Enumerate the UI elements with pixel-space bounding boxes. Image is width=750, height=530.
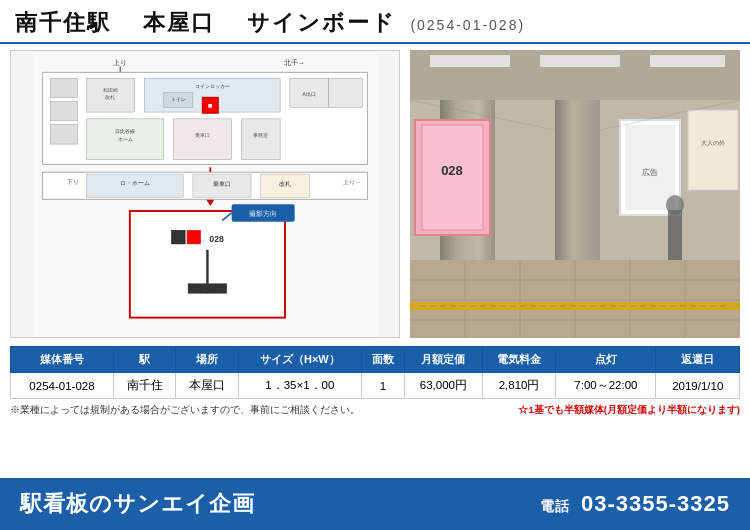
note-right: ☆1基でも半額媒体(月額定価より半額になります) <box>518 404 740 417</box>
svg-rect-43 <box>187 230 201 244</box>
cell-location: 本屋口 <box>176 373 238 399</box>
svg-text:日比谷線: 日比谷線 <box>115 128 135 134</box>
cell-return: 2019/1/10 <box>656 373 740 399</box>
svg-rect-5 <box>50 78 77 97</box>
page-title: 南千住駅 本屋口 サインボード (0254-01-028) <box>15 10 525 35</box>
svg-text:■: ■ <box>208 101 213 110</box>
map-section: 上り 北千→ 和田崎 改札 コインロッカー トイレ A出口 日比谷 <box>10 50 400 338</box>
col-header-electricity: 電気料金 <box>482 347 556 373</box>
svg-text:事務室: 事務室 <box>253 132 268 138</box>
cell-count: 1 <box>361 373 404 399</box>
phone-number: 03-3355-3325 <box>581 491 730 516</box>
svg-rect-23 <box>241 119 280 160</box>
photo-section: 028 広告 大人の外 <box>410 50 740 338</box>
col-header-station: 駅 <box>113 347 175 373</box>
cell-price: 63,000円 <box>404 373 482 399</box>
svg-text:撮影方向: 撮影方向 <box>249 210 277 217</box>
svg-text:和田崎: 和田崎 <box>103 87 118 93</box>
company-label: 駅看板のサンエイ企画 <box>20 491 255 516</box>
svg-text:上り→: 上り→ <box>343 179 361 185</box>
svg-text:コインロッカー: コインロッカー <box>195 84 230 89</box>
cell-station: 南千住 <box>113 373 175 399</box>
cell-size: 1．35×1．00 <box>238 373 361 399</box>
svg-text:028: 028 <box>441 163 463 178</box>
company-name: 駅看板のサンエイ企画 <box>20 489 255 519</box>
svg-rect-72 <box>688 110 738 190</box>
svg-rect-46 <box>188 284 227 294</box>
svg-rect-74 <box>668 210 682 260</box>
col-header-return: 返還日 <box>656 347 740 373</box>
note-left: ※業種によっては規制がある場合がございますので、事前にご相談ください。 <box>10 404 360 417</box>
info-table: 媒体番号 駅 場所 サイズ（H×W） 面数 月額定価 電気料金 点灯 返還日 0… <box>10 346 740 399</box>
station-name: 南千住駅 <box>15 10 111 35</box>
svg-text:028: 028 <box>209 234 224 244</box>
svg-rect-50 <box>540 55 620 67</box>
station-photo: 028 広告 大人の外 <box>410 50 740 338</box>
main-content: 上り 北千→ 和田崎 改札 コインロッカー トイレ A出口 日比谷 <box>0 44 750 344</box>
page-header: 南千住駅 本屋口 サインボード (0254-01-028) <box>0 0 750 44</box>
svg-text:乗車口: 乗車口 <box>213 181 231 187</box>
cell-electricity: 2,810円 <box>482 373 556 399</box>
svg-rect-17 <box>329 78 363 107</box>
svg-text:広告: 広告 <box>642 168 658 177</box>
svg-rect-51 <box>650 55 725 67</box>
col-header-location: 場所 <box>176 347 238 373</box>
notes-section: ※業種によっては規制がある場合がございますので、事前にご相談ください。 ☆1基で… <box>0 401 750 420</box>
svg-text:トイレ: トイレ <box>171 97 186 102</box>
col-header-price: 月額定価 <box>404 347 482 373</box>
svg-text:北千→: 北千→ <box>284 59 305 66</box>
svg-rect-65 <box>555 100 600 260</box>
svg-rect-6 <box>50 101 77 120</box>
svg-text:大人の外: 大人の外 <box>701 140 725 146</box>
footer: 駅看板のサンエイ企画 電話 03-3355-3325 <box>0 478 750 530</box>
svg-rect-49 <box>430 55 510 67</box>
table-section: 媒体番号 駅 場所 サイズ（H×W） 面数 月額定価 電気料金 点灯 返還日 0… <box>0 346 750 399</box>
col-header-hours: 点灯 <box>556 347 656 373</box>
svg-text:乗車口: 乗車口 <box>195 132 210 138</box>
col-header-id: 媒体番号 <box>11 347 114 373</box>
phone-info: 電話 03-3355-3325 <box>540 491 730 517</box>
cell-hours: 7:00～22:00 <box>556 373 656 399</box>
table-row: 0254-01-028 南千住 本屋口 1．35×1．00 1 63,000円 … <box>11 373 740 399</box>
svg-text:改札: 改札 <box>105 94 115 100</box>
svg-text:上り: 上り <box>113 59 127 67</box>
svg-point-75 <box>666 195 684 215</box>
svg-text:下り: 下り <box>67 179 79 185</box>
svg-rect-7 <box>50 125 77 144</box>
cell-id: 0254-01-028 <box>11 373 114 399</box>
svg-rect-42 <box>172 230 186 244</box>
col-header-size: サイズ（H×W） <box>238 347 361 373</box>
gate-name: 本屋口 <box>143 10 215 35</box>
svg-text:改札: 改札 <box>279 181 291 187</box>
svg-text:ホーム: ホーム <box>118 137 133 142</box>
phone-label: 電話 <box>540 498 570 514</box>
svg-text:ロ・ホーム: ロ・ホーム <box>120 180 150 186</box>
svg-rect-21 <box>173 119 231 160</box>
sign-type: サインボード <box>247 10 396 35</box>
sign-code: (0254-01-028) <box>410 17 525 33</box>
col-header-count: 面数 <box>361 347 404 373</box>
svg-text:A出口: A出口 <box>303 91 316 97</box>
